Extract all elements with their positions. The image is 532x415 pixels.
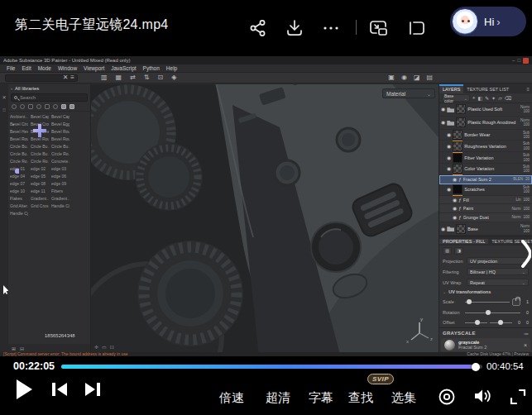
visibility-eye-icon[interactable]: ◉ [453,206,457,211]
asset-tile[interactable]: Circle Bu… [31,144,49,149]
menu-item[interactable]: Window [58,65,77,71]
layer-row[interactable]: ◉ ƒ Border Wear Sub 100 [439,130,532,141]
visibility-eye-icon[interactable]: ◉ [447,132,451,137]
filter-environments-icon[interactable] [69,104,74,109]
asset-tile[interactable]: edge 08 [31,181,49,186]
clear-icon[interactable]: ✕ [63,74,69,82]
video-frame-substance-painter[interactable]: Adobe Substance 3D Painter - Untitled Mi… [0,56,532,356]
slider-value[interactable]: 1 [523,299,529,304]
delete-layer-icon[interactable]: ⌫ [505,95,511,101]
asset-tile[interactable]: Circle Bu… [10,144,28,149]
asset-tile[interactable]: Bevel Cross [31,122,49,126]
download-icon[interactable] [285,18,304,38]
visibility-eye-icon[interactable]: ◉ [441,107,445,112]
export-resources-icon[interactable]: ⊟ [20,346,24,351]
visibility-eye-icon[interactable]: ◉ [447,166,451,171]
tab-layers[interactable]: LAYERS [439,84,463,93]
layer-blend-mode[interactable]: Lin [515,198,520,203]
asset-tile[interactable] [51,211,69,216]
frame-icon[interactable]: ▭ [102,344,107,350]
visibility-eye-icon[interactable]: ◉ [441,120,445,125]
slider-value-2[interactable]: 0 [523,320,529,325]
filter-alphas-icon[interactable] [53,104,58,109]
layer-opacity[interactable]: 20 [525,177,530,182]
asset-tile[interactable]: Handle Cy… [10,211,28,216]
layer-opacity[interactable]: 100 [523,169,530,174]
slider-value[interactable]: 0 [523,310,529,315]
tab-texture-set-list[interactable]: TEXTURE SET LIST [463,84,512,93]
slider-knob[interactable] [486,310,491,315]
asset-tile[interactable] [31,211,49,216]
layer-name[interactable]: Fill [463,198,515,203]
more-options-icon[interactable] [321,18,341,38]
layer-blend-mode[interactable]: BLEN [513,177,523,182]
layer-opacity[interactable]: 100 [523,189,530,194]
layer-blend-mode[interactable]: Norm [511,207,520,212]
asset-tile[interactable]: Circle Ro… [10,159,28,164]
uv-transformations-section[interactable]: ⌄ UV transformations [439,288,532,296]
layer-opacity[interactable]: 100 [523,215,530,220]
layer-row[interactable]: ◉ ƒ Fiber Variation Sub 100 [439,152,532,164]
watch-together-icon[interactable] [438,388,456,406]
split-view-icon[interactable]: ▥ [101,74,108,82]
layer-name[interactable]: Fractal Sum 2 [463,177,512,182]
pick-layer-icon[interactable]: ⌖ [472,95,475,101]
asset-tile[interactable]: Bevel Cap… [31,114,49,119]
menu-item[interactable]: Help [166,65,177,71]
layer-blend-mode[interactable]: Norm [511,215,520,220]
menu-item[interactable]: Python [143,65,160,71]
slider-knob[interactable] [475,320,480,325]
progress-bar-track[interactable] [61,365,482,369]
asset-tile[interactable]: edge 07 [10,181,28,186]
layer-name[interactable]: Paint [463,206,510,211]
slider-track[interactable] [465,312,520,313]
asset-tile[interactable]: Bevel Rou… [51,129,69,134]
asset-tile[interactable]: edge 10 [10,188,28,193]
asset-tile[interactable]: Bevel Egg [51,122,69,126]
shadows-icon[interactable]: ◪ [414,74,420,82]
add-effect-icon[interactable]: ✦ [491,95,496,101]
asset-tile[interactable]: Flakes [10,196,28,201]
asset-tile[interactable]: edge 11 [31,188,49,193]
layer-name[interactable]: Base [467,227,519,231]
camera-icon[interactable]: ▣ [388,74,395,82]
filter-brushes-icon[interactable] [45,104,50,109]
menu-item[interactable]: Mode [38,65,51,71]
filter-smart-materials-icon[interactable] [28,104,33,109]
asset-tile[interactable]: edge 04 [10,174,28,179]
menu-item[interactable]: JavaScript [111,65,136,71]
visibility-eye-icon[interactable]: ◉ [447,187,451,192]
asset-tile[interactable]: Fibers [51,188,69,193]
grayscale-resource-item[interactable]: grayscale Fractal Sum 2 × [441,338,530,351]
fullscreen-icon[interactable] [510,389,526,405]
asset-tile[interactable]: Bevel Rou… [10,136,28,141]
assets-library-label[interactable]: All libraries [15,86,39,91]
material-mode-icon[interactable]: ▥ [443,247,452,255]
user-avatar-pill[interactable]: Hi › [450,7,526,36]
toolbar-search-box[interactable]: ✕ ≡ [5,74,78,82]
filter-materials-icon[interactable] [20,104,25,109]
asset-tile[interactable]: Concrete… [51,159,69,164]
slider-track[interactable] [465,302,510,303]
layer-row[interactable]: ◉ ƒ Roughness Variation Sub 100 [439,141,532,152]
frame-view-icon[interactable]: ⊡ [158,74,164,82]
slider-value[interactable]: 0 [515,320,520,325]
visibility-eye-icon[interactable]: ◉ [447,155,451,160]
layer-row[interactable]: ◉ ƒ Paint Norm 100 [439,204,532,213]
layer-row[interactable]: ◉ ƒ Fill Lin 100 [439,196,532,205]
environment-icon[interactable]: ▤ [426,74,433,82]
layer-name[interactable]: Grunge Dust [463,215,510,220]
visibility-eye-icon[interactable]: ◉ [441,227,445,231]
asset-tile[interactable]: edge 06 [51,174,69,179]
layer-name[interactable]: Border Wear [464,132,521,137]
layer-row[interactable]: ◉ ƒ Grunge Dust Norm 100 [439,213,532,222]
slider-knob[interactable] [467,299,472,304]
layer-opacity[interactable]: 100 [523,229,530,234]
progress-knob[interactable] [472,363,480,371]
playback-speed-button[interactable]: 倍速 [219,390,244,406]
list-icon[interactable]: ≡ [70,74,74,82]
asset-tile[interactable]: edge 05 [31,174,49,179]
filter-textures-icon[interactable] [61,104,66,109]
layer-opacity[interactable]: 100 [523,158,530,163]
asset-tile[interactable]: edge 03 [51,166,69,171]
